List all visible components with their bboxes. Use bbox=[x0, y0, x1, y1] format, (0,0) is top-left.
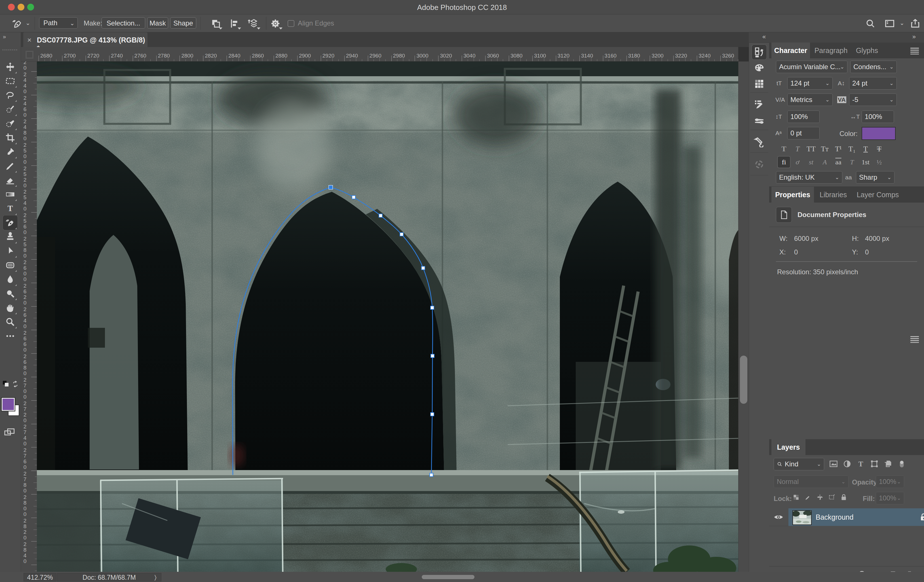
crop-tool[interactable] bbox=[3, 130, 18, 145]
lock-position-icon[interactable] bbox=[815, 492, 825, 502]
layer-filter-select[interactable]: Kind⌄ bbox=[774, 458, 824, 470]
path-anchor-point[interactable] bbox=[431, 413, 434, 416]
font-family-select[interactable]: Acumin Variable C...⌄ bbox=[776, 61, 847, 73]
share-icon[interactable] bbox=[910, 18, 921, 29]
format-button-4[interactable]: T¹ bbox=[832, 143, 845, 155]
panel-menu-icon[interactable] bbox=[910, 47, 919, 54]
leading-select[interactable]: 24 pt⌄ bbox=[849, 77, 897, 90]
opentype-button-ơ[interactable]: ơ bbox=[791, 156, 804, 168]
pick-tool-mode-select[interactable]: Path⌄ bbox=[39, 17, 78, 29]
close-icon[interactable]: × bbox=[27, 36, 31, 44]
toolbar-drag-handle[interactable]: •••••••• bbox=[2, 48, 18, 52]
history-panel-icon[interactable] bbox=[752, 45, 767, 59]
filter-toggle-icon[interactable] bbox=[897, 459, 906, 469]
fill-input[interactable]: 100%⌄ bbox=[876, 492, 904, 505]
font-size-select[interactable]: 124 pt⌄ bbox=[787, 77, 833, 90]
document-info[interactable]: Doc: 68.7M/68.7M 〉 bbox=[57, 573, 162, 582]
lock-transparency-icon[interactable] bbox=[791, 492, 801, 502]
type-layer-filter-icon[interactable]: T bbox=[856, 459, 866, 469]
opentype-button-½[interactable]: ½ bbox=[873, 156, 885, 168]
eraser-tool[interactable] bbox=[3, 173, 18, 187]
chevron-right-icon[interactable]: 〉 bbox=[154, 573, 157, 582]
lock-all-icon[interactable] bbox=[839, 492, 848, 502]
chevron-double-right-icon[interactable]: » bbox=[912, 33, 917, 41]
zoom-level-input[interactable]: 412.72% bbox=[23, 573, 56, 582]
color-panel-icon[interactable] bbox=[752, 61, 767, 76]
sync-panel-icon[interactable] bbox=[752, 157, 767, 172]
path-anchor-point[interactable] bbox=[421, 266, 425, 270]
make-mask-button[interactable]: Mask bbox=[147, 17, 168, 29]
lock-paint-icon[interactable] bbox=[803, 492, 813, 502]
blur-tool[interactable] bbox=[3, 272, 18, 287]
lasso-tool[interactable] bbox=[3, 88, 18, 103]
adjustment-layer-filter-icon[interactable] bbox=[842, 459, 852, 469]
swatches-panel-icon[interactable] bbox=[752, 77, 767, 91]
opentype-button-aa[interactable]: aa bbox=[832, 156, 845, 168]
freeform-pen-icon[interactable] bbox=[12, 18, 23, 29]
workspace-switcher-icon[interactable] bbox=[884, 18, 895, 29]
tab-layer-comps[interactable]: Layer Comps bbox=[853, 187, 903, 202]
opentype-button-1st[interactable]: 1st bbox=[859, 156, 872, 168]
tab-properties[interactable]: Properties bbox=[771, 187, 814, 202]
screen-mode-icon[interactable] bbox=[4, 427, 15, 437]
more-tools[interactable] bbox=[3, 329, 18, 344]
pen-tool[interactable] bbox=[3, 215, 18, 230]
tab-libraries[interactable]: Libraries bbox=[815, 187, 852, 202]
align-edges-checkbox[interactable] bbox=[287, 20, 294, 27]
dodge-tool[interactable] bbox=[3, 286, 18, 301]
path-anchor-point-selected[interactable] bbox=[329, 185, 333, 189]
type-tool[interactable]: T bbox=[3, 201, 18, 216]
format-button-5[interactable]: T₁ bbox=[846, 143, 858, 155]
smart-object-filter-icon[interactable] bbox=[883, 459, 893, 469]
opacity-input[interactable]: 100%⌄ bbox=[876, 475, 904, 488]
shape-tool[interactable] bbox=[3, 258, 18, 273]
search-icon[interactable] bbox=[865, 18, 876, 29]
opentype-button-st[interactable]: st bbox=[805, 156, 817, 168]
path-anchor-point[interactable] bbox=[379, 214, 382, 217]
hand-tool[interactable] bbox=[3, 300, 18, 315]
tool-presets-panel-icon[interactable] bbox=[752, 134, 767, 149]
path-anchor-point[interactable] bbox=[431, 354, 434, 358]
brush-tool[interactable] bbox=[3, 159, 18, 173]
kerning-select[interactable]: Metrics⌄ bbox=[787, 94, 833, 106]
marquee-tool[interactable] bbox=[3, 74, 18, 89]
horizontal-scale-input[interactable]: 100% bbox=[861, 110, 894, 123]
vertical-scrollbar-thumb[interactable] bbox=[740, 356, 747, 404]
tool-preset-chevron-icon[interactable]: ⌄ bbox=[26, 20, 30, 26]
foreground-color-swatch[interactable] bbox=[2, 398, 15, 411]
path-anchor-point[interactable] bbox=[431, 306, 434, 309]
panel-menu-icon[interactable] bbox=[910, 335, 919, 343]
path-anchor-point[interactable] bbox=[430, 473, 433, 477]
lock-artboard-icon[interactable] bbox=[827, 492, 837, 502]
clone-stamp-tool[interactable] bbox=[3, 230, 18, 244]
format-button-7[interactable]: T bbox=[873, 143, 885, 155]
tab-layers[interactable]: Layers bbox=[771, 439, 805, 455]
path-anchor-point[interactable] bbox=[400, 233, 403, 236]
swap-colors-icon[interactable] bbox=[12, 380, 19, 388]
quick-selection-tool[interactable] bbox=[3, 102, 18, 117]
opentype-button-T[interactable]: T bbox=[846, 156, 858, 168]
dock-collapse-header[interactable]: « » bbox=[749, 32, 924, 43]
vertical-ruler[interactable]: 2420244024602480250025202540256025802600… bbox=[21, 61, 37, 572]
object-selection-tool[interactable] bbox=[3, 116, 18, 131]
tracking-select[interactable]: -5⌄ bbox=[849, 94, 897, 106]
format-button-6[interactable]: T bbox=[859, 143, 872, 155]
tab-character[interactable]: Character bbox=[771, 43, 810, 58]
blend-mode-select[interactable]: Normal⌄ bbox=[774, 475, 848, 488]
toolbar-collapse-header[interactable]: » bbox=[0, 32, 21, 47]
horizontal-ruler[interactable]: 2680270027202740276027802800282028402860… bbox=[37, 47, 738, 61]
layer-visibility-cell[interactable] bbox=[769, 508, 789, 526]
horizontal-scrollbar-thumb[interactable] bbox=[422, 575, 475, 579]
chevron-down-icon[interactable]: ⌄ bbox=[899, 20, 904, 26]
direct-selection-tool[interactable] bbox=[3, 244, 18, 258]
vertical-scrollbar[interactable] bbox=[738, 61, 749, 572]
font-style-select[interactable]: Condens...⌄ bbox=[850, 61, 897, 73]
shape-layer-filter-icon[interactable] bbox=[870, 459, 879, 469]
document-tab[interactable]: × DSC07778.JPG @ 413% (RGB/8) * bbox=[23, 32, 147, 47]
layer-thumbnail[interactable] bbox=[792, 510, 812, 525]
brush-settings-panel-icon[interactable] bbox=[752, 97, 767, 112]
text-color-swatch[interactable] bbox=[861, 127, 896, 140]
opentype-button-A[interactable]: A bbox=[818, 156, 831, 168]
format-button-3[interactable]: Tᴛ bbox=[818, 143, 831, 155]
make-shape-button[interactable]: Shape bbox=[170, 17, 196, 29]
